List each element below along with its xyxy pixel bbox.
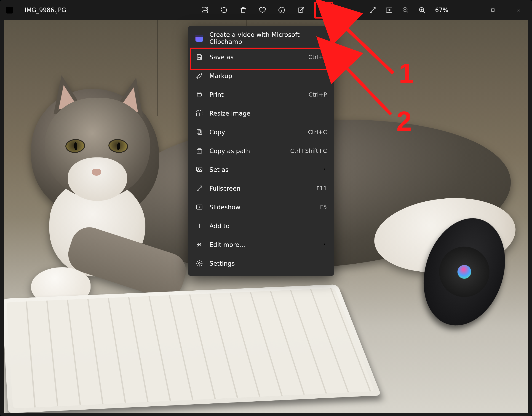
photos-app-icon	[5, 6, 14, 15]
svg-line-23	[341, 62, 391, 114]
markup-icon	[195, 72, 203, 80]
actual-size-button[interactable]	[383, 4, 395, 16]
edit-image-button[interactable]	[199, 4, 210, 16]
window-close-button[interactable]	[508, 0, 529, 20]
svg-rect-0	[6, 7, 13, 13]
clipchamp-icon	[195, 34, 203, 42]
zoom-out-button[interactable]	[400, 4, 411, 16]
add-icon	[195, 222, 203, 230]
menu-item-label: Create a video with Microsoft Clipchamp	[209, 31, 327, 45]
svg-point-21	[199, 262, 200, 264]
menu-item-clipchamp[interactable]: Create a video with Microsoft Clipchamp	[188, 29, 334, 48]
window-maximize-button[interactable]	[483, 0, 503, 20]
copy-path-icon	[195, 147, 203, 155]
svg-rect-17	[197, 150, 202, 153]
menu-item-shortcut: F11	[316, 185, 327, 192]
menu-item-shortcut: Ctrl+S	[308, 54, 327, 60]
set-as-icon	[195, 165, 203, 174]
menu-item-set-as[interactable]: Set as	[188, 160, 334, 179]
menu-item-save-as[interactable]: Save as Ctrl+S	[188, 48, 334, 66]
titlebar-right-tools: 67%	[367, 0, 532, 20]
menu-item-label: Slideshow	[209, 204, 314, 211]
photo-keyboard-decoration	[4, 284, 381, 413]
resize-icon	[195, 109, 203, 117]
menu-item-shortcut: Ctrl+Shift+C	[290, 148, 327, 154]
menu-item-label: Settings	[209, 260, 327, 267]
copy-icon	[195, 128, 203, 136]
titlebar-center-tools	[199, 0, 333, 20]
menu-item-label: Save as	[209, 54, 303, 61]
fit-to-window-button[interactable]	[367, 4, 378, 16]
svg-point-1	[8, 8, 9, 10]
more-options-button[interactable]	[314, 2, 333, 19]
svg-rect-12	[197, 94, 202, 96]
favorite-button[interactable]	[257, 4, 268, 16]
chevron-right-icon	[322, 241, 327, 248]
menu-item-shortcut: F5	[320, 204, 327, 210]
edit-more-icon	[195, 240, 203, 249]
zoom-in-button[interactable]	[416, 4, 428, 16]
filename-label: IMG_9986.JPG	[25, 7, 66, 13]
menu-item-edit-more[interactable]: Edit more...	[188, 235, 334, 254]
menu-item-print[interactable]: Print Ctrl+P	[188, 85, 334, 104]
svg-point-7	[325, 10, 326, 11]
save-icon	[195, 53, 203, 61]
settings-icon	[195, 259, 203, 267]
photo-subject-cat	[17, 61, 173, 267]
annotation-arrow-2	[334, 53, 407, 127]
menu-item-shortcut: Ctrl+P	[308, 91, 327, 98]
menu-item-shortcut: Ctrl+C	[308, 129, 327, 136]
menu-item-markup[interactable]: Markup	[188, 66, 334, 85]
zoom-percent-label[interactable]: 67%	[433, 7, 452, 13]
menu-item-label: Add to	[209, 222, 327, 229]
menu-item-add-to[interactable]: Add to	[188, 217, 334, 235]
menu-item-label: Set as	[209, 166, 316, 173]
info-button[interactable]	[276, 4, 287, 16]
svg-rect-13	[197, 110, 202, 116]
fullscreen-icon	[195, 184, 203, 192]
more-options-menu: Create a video with Microsoft Clipchamp …	[188, 26, 334, 276]
svg-rect-8	[386, 8, 392, 12]
svg-rect-16	[197, 129, 200, 133]
chevron-right-icon	[322, 166, 327, 173]
menu-item-fullscreen[interactable]: Fullscreen F11	[188, 179, 334, 198]
svg-point-6	[323, 10, 324, 11]
menu-item-label: Print	[209, 91, 303, 98]
svg-rect-14	[197, 113, 200, 116]
titlebar: IMG_9986.JPG	[0, 0, 532, 20]
delete-button[interactable]	[238, 4, 249, 16]
menu-item-resize[interactable]: Resize image	[188, 104, 334, 123]
menu-item-copy-as-path[interactable]: Copy as path Ctrl+Shift+C	[188, 141, 334, 160]
svg-rect-11	[492, 9, 494, 11]
print-icon	[195, 90, 203, 99]
menu-item-settings[interactable]: Settings	[188, 254, 334, 273]
svg-point-5	[321, 10, 322, 11]
photos-app-window: IMG_9986.JPG	[0, 0, 532, 416]
svg-rect-15	[198, 131, 202, 135]
menu-item-label: Resize image	[209, 110, 327, 117]
menu-item-copy[interactable]: Copy Ctrl+C	[188, 123, 334, 141]
menu-item-label: Fullscreen	[209, 185, 311, 192]
window-minimize-button[interactable]	[457, 0, 478, 20]
rotate-button[interactable]	[218, 4, 230, 16]
slideshow-icon	[195, 203, 203, 211]
annotation-label-2: 2	[396, 105, 412, 137]
menu-item-label: Copy as path	[209, 147, 284, 154]
menu-item-label: Edit more...	[209, 241, 316, 248]
menu-item-label: Copy	[209, 129, 302, 136]
menu-item-label: Markup	[209, 72, 327, 79]
menu-item-slideshow[interactable]: Slideshow F5	[188, 198, 334, 217]
share-button[interactable]	[295, 4, 307, 16]
svg-rect-2	[202, 7, 208, 13]
